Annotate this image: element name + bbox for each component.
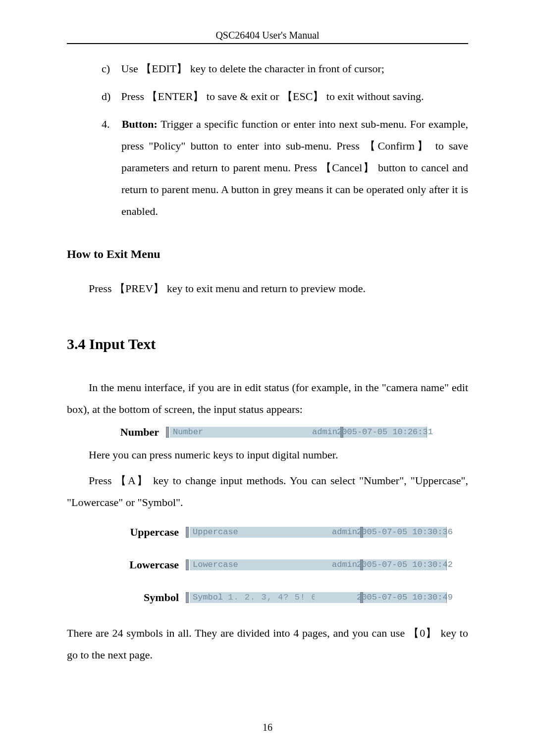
sub-item-c-label: c) (102, 58, 118, 80)
symbols-paragraph: There are 24 symbols in all. They are di… (67, 622, 468, 666)
status-bar-group: Uppercase Uppercase admin 2005-07-05 10:… (67, 521, 468, 608)
status-bar-timestamp: 2005-07-05 10:30:42 (363, 559, 447, 570)
list-item-4-lead: Button: (122, 118, 158, 130)
row-label-uppercase: Uppercase (97, 521, 186, 543)
status-bar-number: Number admin 2005-07-05 10:26:31 (166, 427, 427, 438)
status-bar-stripe (186, 592, 189, 603)
exit-menu-after: key to exit menu and return to preview m… (167, 282, 366, 295)
status-bar-mode-text: Symbol (193, 589, 223, 606)
enter-key: 【ENTER】 (147, 90, 204, 102)
zero-key: 【0】 (408, 627, 437, 639)
sub-item-d-text-mid: to save & exit or (207, 90, 279, 102)
prev-key: 【PREV】 (114, 282, 164, 295)
heading-exit-menu: How to Exit Menu (67, 242, 468, 266)
row-label-number: Number (97, 421, 166, 443)
status-bar-lowercase: Lowercase admin 2005-07-05 10:30:42 (186, 559, 447, 570)
confirm-key: 【Confirm】 (365, 140, 430, 152)
status-bar-symbol-chars: 1. 2. 3, 4? 5! 6: (223, 589, 322, 606)
symbols-before: There are 24 symbols in all. They are di… (67, 627, 405, 639)
after-number-text: Here you can press numeric keys to input… (67, 444, 468, 466)
cancel-key: 【Cancel】 (321, 161, 374, 174)
sub-item-d-text-before: Press (121, 90, 144, 102)
status-row-symbol: Symbol Symbol 1. 2. 3, 4? 5! 6: 2005-07-… (97, 587, 468, 608)
status-bar-stripe (186, 559, 189, 570)
sub-item-c-text-after: key to delete the character in front of … (190, 62, 384, 75)
exit-menu-paragraph: Press 【PREV】 key to exit menu and return… (67, 278, 468, 300)
status-bar-stripe (166, 427, 169, 438)
status-bar-mode: Uppercase (190, 527, 315, 538)
header-rule (67, 43, 468, 44)
heading-input-text: 3.4 Input Text (67, 329, 468, 359)
sub-item-d: d) Press 【ENTER】 to save & exit or 【ESC】… (102, 86, 468, 107)
sub-item-c: c) Use 【EDIT】 key to delete the characte… (102, 58, 468, 80)
change-method-paragraph: Press 【A】 key to change input methods. Y… (67, 470, 468, 513)
sub-item-d-label: d) (102, 86, 118, 107)
a-key: 【A】 (115, 474, 149, 487)
status-bar-uppercase: Uppercase admin 2005-07-05 10:30:36 (186, 527, 447, 538)
status-row-lowercase: Lowercase Lowercase admin 2005-07-05 10:… (97, 554, 468, 576)
status-bar-timestamp: 2005-07-05 10:30:36 (363, 527, 447, 538)
status-bar-stripe (186, 527, 189, 538)
input-text-intro: In the menu interface, if you are in edi… (67, 377, 468, 420)
status-row-uppercase: Uppercase Uppercase admin 2005-07-05 10:… (97, 521, 468, 543)
status-bar-symbol: Symbol 1. 2. 3, 4? 5! 6: 2005-07-05 10:3… (186, 592, 447, 603)
status-bar-user: admin (295, 427, 340, 438)
row-label-symbol: Symbol (97, 587, 186, 608)
esc-key: 【ESC】 (282, 90, 323, 102)
sub-item-c-text-before: Use (121, 62, 138, 75)
list-item-4-label: 4. (102, 113, 118, 135)
status-bar-mode: Symbol 1. 2. 3, 4? 5! 6: (190, 592, 315, 603)
exit-menu-before: Press (89, 282, 111, 295)
ordered-list-continuation: c) Use 【EDIT】 key to delete the characte… (102, 58, 468, 222)
status-bar-mode: Number (170, 427, 295, 438)
body-content: c) Use 【EDIT】 key to delete the characte… (67, 58, 468, 666)
row-label-lowercase: Lowercase (97, 554, 186, 576)
status-bar-mode: Lowercase (190, 559, 315, 570)
sub-item-d-text-after: to exit without saving. (326, 90, 424, 102)
list-item-4: 4. Button: Trigger a specific function o… (121, 113, 468, 222)
status-bar-timestamp: 2005-07-05 10:26:31 (343, 427, 427, 438)
status-bar-user (315, 592, 360, 603)
status-bar-user: admin (315, 527, 360, 538)
manual-page: QSC26404 User's Manual c) Use 【EDIT】 key… (0, 0, 535, 756)
status-bar-user: admin (315, 559, 360, 570)
change-method-before: Press (89, 474, 111, 487)
header-title: QSC26404 User's Manual (67, 30, 468, 43)
edit-key: 【EDIT】 (141, 62, 187, 75)
status-bar-timestamp: 2005-07-05 10:30:49 (363, 592, 447, 603)
status-row-number: Number Number admin 2005-07-05 10:26:31 (97, 421, 468, 443)
page-number: 16 (0, 722, 535, 733)
